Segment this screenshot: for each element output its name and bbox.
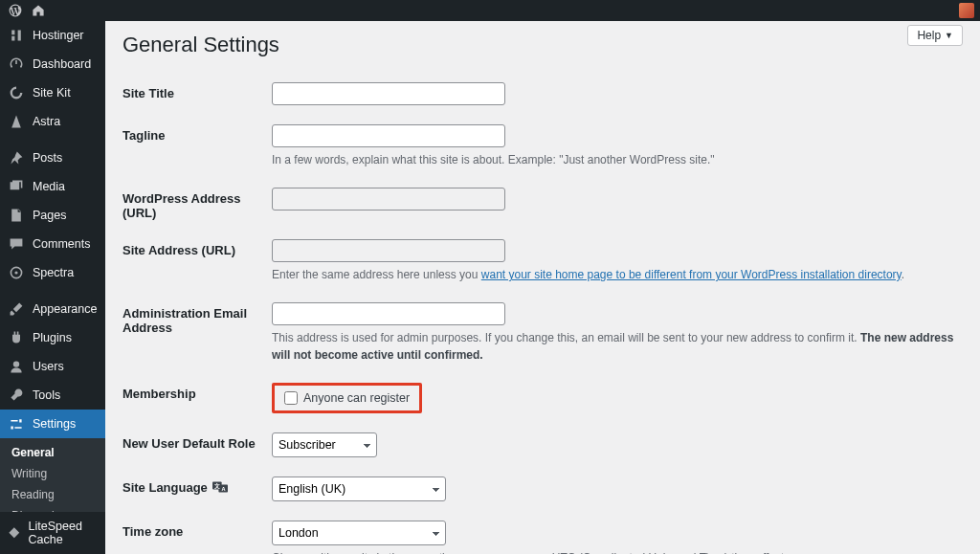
sidebar-item-label: Astra xyxy=(33,115,60,128)
sidebar-item-sitekit[interactable]: Site Kit xyxy=(0,78,105,107)
sidebar-item-settings[interactable]: Settings xyxy=(0,410,105,438)
sidebar-item-label: Comments xyxy=(33,237,90,251)
pages-icon xyxy=(8,207,25,224)
chevron-down-icon: ▼ xyxy=(945,31,953,40)
sidebar-item-label: LiteSpeed Cache xyxy=(29,520,98,546)
admin-bar xyxy=(0,0,980,21)
sitekit-icon xyxy=(8,84,25,101)
submenu-item-reading[interactable]: Reading xyxy=(0,484,105,505)
sidebar-item-media[interactable]: Media xyxy=(0,172,105,201)
spectra-icon xyxy=(8,264,25,281)
timezone-label: Time zone xyxy=(122,513,272,554)
sidebar-item-label: Dashboard xyxy=(33,57,91,71)
submenu-item-writing[interactable]: Writing xyxy=(0,463,105,484)
wpurl-label: WordPress Address (URL) xyxy=(122,180,272,232)
sidebar-item-dashboard[interactable]: Dashboard xyxy=(0,50,105,78)
sidebar-item-label: Settings xyxy=(33,417,76,431)
sidebar-item-plugins[interactable]: Plugins xyxy=(0,323,105,352)
media-icon xyxy=(8,178,25,195)
sidebar-item-tools[interactable]: Tools xyxy=(0,381,105,410)
membership-highlight: Anyone can register xyxy=(272,383,422,413)
sidebar-item-litespeed-cache[interactable]: LiteSpeed Cache xyxy=(0,512,105,554)
siteurl-label: Site Address (URL) xyxy=(122,232,272,295)
plug-icon xyxy=(8,329,25,346)
admin-email-label: Administration Email Address xyxy=(122,295,272,375)
default-role-label: New User Default Role xyxy=(122,425,272,469)
sidebar-item-spectra[interactable]: Spectra xyxy=(0,258,105,287)
svg-text:文: 文 xyxy=(214,482,221,489)
sidebar-item-hostinger[interactable]: Hostinger xyxy=(0,21,105,50)
sidebar-item-label: Tools xyxy=(33,388,60,402)
svg-point-2 xyxy=(13,361,19,366)
admin-sidebar: Hostinger Dashboard Site Kit Astra Posts… xyxy=(0,21,105,554)
translate-icon: 文A xyxy=(212,480,228,497)
litespeed-icon xyxy=(8,524,21,542)
siteurl-input[interactable] xyxy=(272,239,505,262)
wordpress-logo-icon[interactable] xyxy=(6,1,25,20)
siteurl-desc: Enter the same address here unless you w… xyxy=(272,266,963,283)
wpurl-input[interactable] xyxy=(272,188,505,211)
brush-icon xyxy=(8,300,25,318)
sidebar-item-label: Hostinger xyxy=(33,29,84,42)
user-avatar[interactable] xyxy=(959,3,974,18)
sidebar-item-appearance[interactable]: Appearance xyxy=(0,295,105,323)
site-title-input[interactable] xyxy=(272,82,505,105)
admin-email-input[interactable] xyxy=(272,302,505,325)
anyone-can-register-checkbox[interactable] xyxy=(284,391,298,405)
site-title-label: Site Title xyxy=(122,75,272,117)
sidebar-item-comments[interactable]: Comments xyxy=(0,230,105,258)
tagline-label: Tagline xyxy=(122,117,272,180)
dashboard-icon xyxy=(8,55,25,73)
submenu-item-general[interactable]: General xyxy=(0,442,105,463)
hostinger-icon xyxy=(8,27,25,44)
default-role-select[interactable]: Subscriber xyxy=(272,432,377,457)
astra-icon xyxy=(8,113,25,130)
membership-label: Membership xyxy=(122,375,272,425)
users-icon xyxy=(8,358,25,375)
sliders-icon xyxy=(8,415,25,432)
content-area: Help▼ General Settings Site Title Taglin… xyxy=(105,21,980,554)
sidebar-item-label: Spectra xyxy=(33,266,74,279)
pin-icon xyxy=(8,149,25,166)
wrench-icon xyxy=(8,387,25,404)
home-icon[interactable] xyxy=(29,1,48,20)
help-tab[interactable]: Help▼ xyxy=(907,25,963,46)
comments-icon xyxy=(8,235,25,253)
tagline-input[interactable] xyxy=(272,124,505,147)
sidebar-item-label: Posts xyxy=(33,151,62,165)
sidebar-item-label: Users xyxy=(33,360,64,373)
svg-point-1 xyxy=(14,271,17,274)
sidebar-item-label: Site Kit xyxy=(33,86,71,100)
sidebar-item-users[interactable]: Users xyxy=(0,352,105,381)
sidebar-item-label: Plugins xyxy=(33,331,72,344)
sidebar-item-label: Pages xyxy=(33,209,66,222)
sidebar-item-pages[interactable]: Pages xyxy=(0,201,105,230)
svg-text:A: A xyxy=(222,486,226,492)
tagline-desc: In a few words, explain what this site i… xyxy=(272,151,963,168)
site-language-label: Site Language 文A xyxy=(122,469,272,513)
site-language-select[interactable]: English (UK) xyxy=(272,476,446,501)
anyone-can-register-label: Anyone can register xyxy=(303,391,410,405)
admin-email-desc: This address is used for admin purposes.… xyxy=(272,329,963,364)
timezone-desc: Choose either a city in the same time zo… xyxy=(272,549,963,554)
sidebar-item-label: Media xyxy=(33,180,65,193)
sidebar-item-astra[interactable]: Astra xyxy=(0,107,105,136)
siteurl-help-link[interactable]: want your site home page to be different… xyxy=(481,268,902,281)
sidebar-item-posts[interactable]: Posts xyxy=(0,144,105,172)
timezone-select[interactable]: London xyxy=(272,521,446,545)
page-title: General Settings xyxy=(122,33,963,57)
sidebar-item-label: Appearance xyxy=(33,302,97,316)
